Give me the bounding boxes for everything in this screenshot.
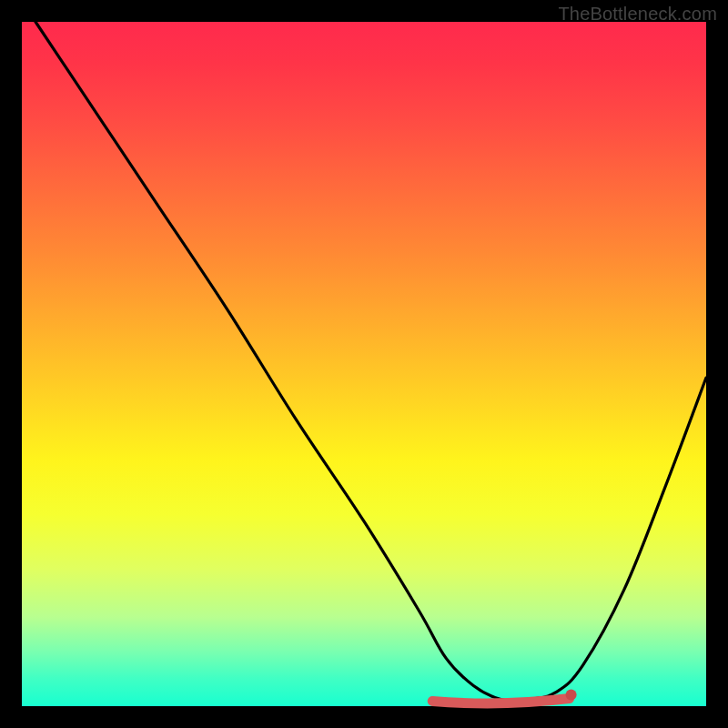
plateau-marker	[432, 698, 569, 703]
curve-line	[35, 22, 706, 701]
plateau-end-dot	[566, 689, 577, 700]
bottleneck-curve	[22, 22, 706, 706]
chart-frame: TheBottleneck.com	[0, 0, 728, 728]
